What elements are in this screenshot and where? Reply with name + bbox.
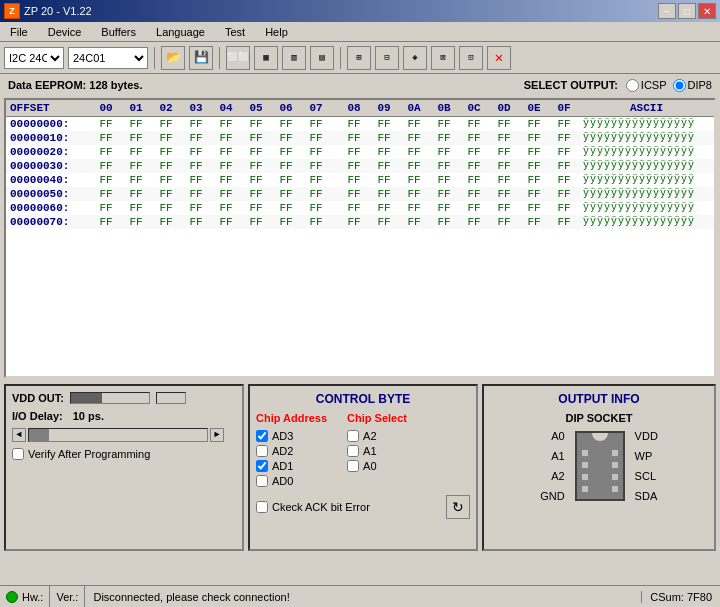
menu-file[interactable]: File	[4, 24, 34, 40]
menu-buffers[interactable]: Buffers	[95, 24, 142, 40]
hex-cell[interactable]: FF	[339, 160, 369, 172]
verify-checkbox[interactable]	[12, 448, 24, 460]
hex-cell[interactable]: FF	[339, 202, 369, 214]
ad3-checkbox[interactable]	[256, 430, 268, 442]
hex-cell[interactable]: FF	[459, 118, 489, 130]
hex-view[interactable]: OFFSET 00 01 02 03 04 05 06 07 08 09 0A …	[4, 98, 716, 378]
hex-cell[interactable]: FF	[549, 202, 579, 214]
hex-cell[interactable]: FF	[121, 188, 151, 200]
maximize-button[interactable]: □	[678, 3, 696, 19]
hex-cell[interactable]: FF	[91, 202, 121, 214]
hex-cell[interactable]: FF	[459, 146, 489, 158]
hex-cell[interactable]: FF	[151, 174, 181, 186]
hex-cell[interactable]: FF	[271, 118, 301, 130]
hex-cell[interactable]: FF	[339, 118, 369, 130]
toolbar-btn-2[interactable]: ▦	[254, 46, 278, 70]
hex-cell[interactable]: FF	[301, 188, 331, 200]
toolbar-btn-4[interactable]: ▤	[310, 46, 334, 70]
hex-cell[interactable]: FF	[241, 146, 271, 158]
hex-cell[interactable]: FF	[519, 146, 549, 158]
menu-device[interactable]: Device	[42, 24, 88, 40]
hex-cell[interactable]: FF	[241, 216, 271, 228]
hex-cell[interactable]: FF	[151, 202, 181, 214]
device-type-select[interactable]: I2C 24C	[4, 47, 64, 69]
hex-cell[interactable]: FF	[91, 132, 121, 144]
hex-cell[interactable]: FF	[399, 216, 429, 228]
hex-cell[interactable]: FF	[121, 146, 151, 158]
hex-cell[interactable]: FF	[211, 146, 241, 158]
hex-cell[interactable]: FF	[549, 118, 579, 130]
hex-cell[interactable]: FF	[181, 160, 211, 172]
hex-cell[interactable]: FF	[549, 146, 579, 158]
hex-cell[interactable]: FF	[369, 202, 399, 214]
hex-cell[interactable]: FF	[151, 118, 181, 130]
hex-cell[interactable]: FF	[489, 160, 519, 172]
hex-cell[interactable]: FF	[519, 188, 549, 200]
hex-cell[interactable]: FF	[151, 216, 181, 228]
ad2-checkbox[interactable]	[256, 445, 268, 457]
hex-cell[interactable]: FF	[151, 160, 181, 172]
io-scrollbar[interactable]	[28, 428, 208, 442]
hex-cell[interactable]: FF	[339, 174, 369, 186]
hex-cell[interactable]: FF	[339, 188, 369, 200]
hex-cell[interactable]: FF	[459, 202, 489, 214]
hex-cell[interactable]: FF	[519, 132, 549, 144]
hex-cell[interactable]: FF	[91, 160, 121, 172]
hex-cell[interactable]: FF	[429, 160, 459, 172]
hex-cell[interactable]: FF	[211, 118, 241, 130]
vdd-slider[interactable]	[70, 392, 150, 404]
hex-cell[interactable]: FF	[369, 160, 399, 172]
toolbar-btn-9[interactable]: ⊡	[459, 46, 483, 70]
hex-cell[interactable]: FF	[489, 174, 519, 186]
toolbar-btn-1[interactable]: ⬜⬜	[226, 46, 250, 70]
toolbar-btn-5[interactable]: ⊞	[347, 46, 371, 70]
hex-cell[interactable]: FF	[369, 146, 399, 158]
hex-cell[interactable]: FF	[121, 202, 151, 214]
hex-cell[interactable]: FF	[339, 216, 369, 228]
hex-cell[interactable]: FF	[301, 118, 331, 130]
hex-cell[interactable]: FF	[271, 160, 301, 172]
hex-cell[interactable]: FF	[91, 216, 121, 228]
hex-cell[interactable]: FF	[211, 188, 241, 200]
icsp-radio[interactable]	[626, 79, 639, 92]
hex-cell[interactable]: FF	[241, 160, 271, 172]
hex-cell[interactable]: FF	[121, 160, 151, 172]
hex-cell[interactable]: FF	[241, 188, 271, 200]
hex-cell[interactable]: FF	[301, 174, 331, 186]
hex-cell[interactable]: FF	[549, 160, 579, 172]
hex-cell[interactable]: FF	[399, 146, 429, 158]
hex-cell[interactable]: FF	[399, 202, 429, 214]
hex-cell[interactable]: FF	[301, 216, 331, 228]
hex-cell[interactable]: FF	[211, 174, 241, 186]
hex-cell[interactable]: FF	[399, 160, 429, 172]
hex-cell[interactable]: FF	[181, 202, 211, 214]
hex-cell[interactable]: FF	[429, 146, 459, 158]
hex-cell[interactable]: FF	[181, 118, 211, 130]
hex-cell[interactable]: FF	[429, 202, 459, 214]
hex-cell[interactable]: FF	[181, 188, 211, 200]
hex-cell[interactable]: FF	[399, 118, 429, 130]
hex-cell[interactable]: FF	[181, 174, 211, 186]
hex-cell[interactable]: FF	[459, 132, 489, 144]
hex-cell[interactable]: FF	[369, 118, 399, 130]
menu-language[interactable]: Language	[150, 24, 211, 40]
icsp-option[interactable]: ICSP	[626, 79, 667, 92]
hex-cell[interactable]: FF	[369, 132, 399, 144]
hex-cell[interactable]: FF	[429, 216, 459, 228]
hex-cell[interactable]: FF	[489, 146, 519, 158]
hex-cell[interactable]: FF	[549, 174, 579, 186]
hex-cell[interactable]: FF	[399, 188, 429, 200]
hex-cell[interactable]: FF	[519, 174, 549, 186]
hex-cell[interactable]: FF	[211, 132, 241, 144]
dip8-radio[interactable]	[673, 79, 686, 92]
hex-cell[interactable]: FF	[519, 216, 549, 228]
scroll-left-button[interactable]: ◄	[12, 428, 26, 442]
hex-cell[interactable]: FF	[241, 174, 271, 186]
hex-cell[interactable]: FF	[151, 146, 181, 158]
hex-cell[interactable]: FF	[271, 216, 301, 228]
hex-cell[interactable]: FF	[519, 160, 549, 172]
save-file-button[interactable]: 💾	[189, 46, 213, 70]
hex-cell[interactable]: FF	[91, 118, 121, 130]
hex-cell[interactable]: FF	[121, 174, 151, 186]
toolbar-btn-8[interactable]: ⊠	[431, 46, 455, 70]
